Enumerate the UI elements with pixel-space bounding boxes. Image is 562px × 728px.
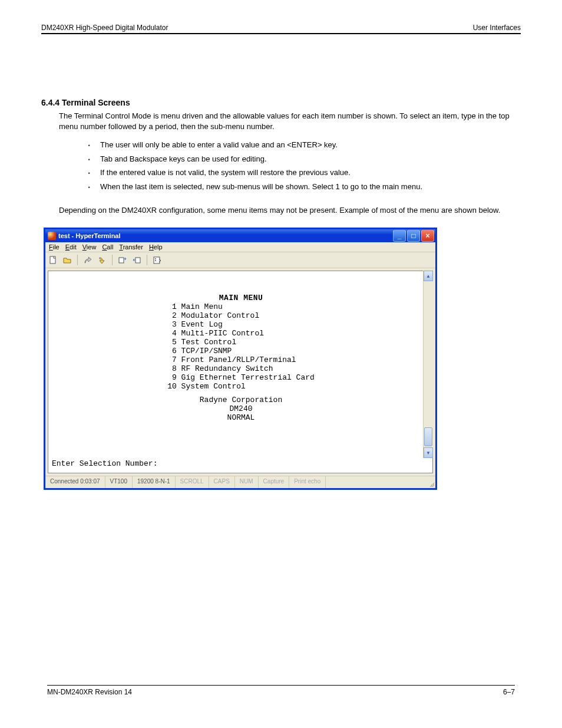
bullet-item: Tab and Backspace keys can be used for e… [88,152,521,166]
terminal-menu-list: 1 Main Menu 2 Modulator Control 3 Event … [167,302,315,391]
status-capture: Capture [259,476,290,488]
header-left: DM240XR High-Speed Digital Modulator [41,24,168,32]
disconnect-icon[interactable] [97,255,107,265]
menu-view[interactable]: View [82,243,97,251]
section-heading: 6.4.4 Terminal Screens [41,86,521,107]
bullet-item: If the entered value is not valid, the s… [88,166,521,179]
connect-icon[interactable] [82,255,93,265]
bullet-item: When the last item is selected, new sub-… [88,180,521,193]
menu-line: 3 Event Log [167,320,315,329]
toolbar [45,252,435,268]
menu-help[interactable]: Help [149,243,163,251]
menu-line: 9 Gig Ethernet Terrestrial Card [167,373,315,382]
minimize-button[interactable]: _ [393,230,406,242]
menu-transfer[interactable]: Transfer [119,243,143,251]
window-titlebar[interactable]: test - HyperTerminal _ □ × [45,229,435,242]
statusbar: Connected 0:03:07 VT100 19200 8-N-1 SCRO… [45,476,435,488]
bullet-list: The user will only be able to enter a va… [41,138,521,193]
menubar: File Edit View Call Transfer Help [45,242,435,252]
toolbar-separator [77,255,78,265]
scroll-thumb[interactable] [424,427,432,446]
status-scroll: SCROLL [176,476,209,488]
menu-line: 6 TCP/IP/SNMP [167,347,315,355]
vertical-scrollbar[interactable]: ▲ ▼ [423,271,433,458]
menu-line: 5 Test Control [167,338,315,347]
terminal-footer-line: DM240 [52,404,430,413]
bullet-item: The user will only be able to enter a va… [88,138,521,151]
toolbar-separator [112,255,113,265]
menu-line: 8 RF Redundancy Switch [167,364,315,373]
status-emulation: VT100 [105,476,133,488]
receive-icon[interactable] [131,255,142,265]
status-num: NUM [235,476,259,488]
header-rule [41,33,521,34]
menu-line: 2 Modulator Control [167,311,315,320]
open-icon[interactable] [62,255,72,265]
menu-call[interactable]: Call [102,243,113,251]
hyperterminal-window: test - HyperTerminal _ □ × File Edit Vie… [44,228,437,490]
terminal-footer-line: NORMAL [52,413,430,422]
app-icon [48,232,56,240]
menu-file[interactable]: File [49,243,59,251]
toolbar-separator [147,255,147,265]
header-right: User Interfaces [473,24,521,32]
resize-grip-icon[interactable] [426,476,435,488]
terminal-output[interactable]: MAIN MENU 1 Main Menu 2 Modulator Contro… [48,271,433,473]
window-title: test - HyperTerminal [58,232,121,239]
status-printecho: Print echo [289,476,326,488]
footer-left: MN-DM240XR Revision 14 [47,688,132,696]
status-config: 19200 8-N-1 [133,476,176,488]
paragraph-2: Depending on the DM240XR configuration, … [41,202,521,219]
terminal-prompt: Enter Selection Number: [52,459,157,468]
status-connection: Connected 0:03:07 [45,476,105,488]
close-button[interactable]: × [421,230,434,242]
svg-point-4 [155,258,156,259]
menu-line: 4 Multi-PIIC Control [167,329,315,338]
svg-rect-0 [50,256,55,263]
send-icon[interactable] [117,255,128,265]
new-icon[interactable] [48,255,58,265]
menu-edit[interactable]: Edit [65,243,77,251]
scroll-up-icon[interactable]: ▲ [424,271,433,281]
svg-rect-3 [154,257,160,263]
intro-paragraph: The Terminal Control Mode is menu driven… [41,107,521,136]
status-caps: CAPS [209,476,235,488]
svg-rect-2 [135,258,140,263]
menu-line: 7 Front Panel/RLLP/Terminal [167,355,315,364]
menu-line: 10 System Control [167,382,315,391]
menu-line: 1 Main Menu [167,302,315,311]
svg-point-5 [155,260,156,261]
footer-right: 6–7 [503,688,515,696]
maximize-button[interactable]: □ [407,230,420,242]
properties-icon[interactable] [152,255,163,265]
terminal-footer-line: Radyne Corporation [52,396,430,404]
scroll-down-icon[interactable]: ▼ [424,447,433,458]
terminal-menu-title: MAIN MENU [52,294,430,302]
svg-rect-1 [119,258,124,263]
